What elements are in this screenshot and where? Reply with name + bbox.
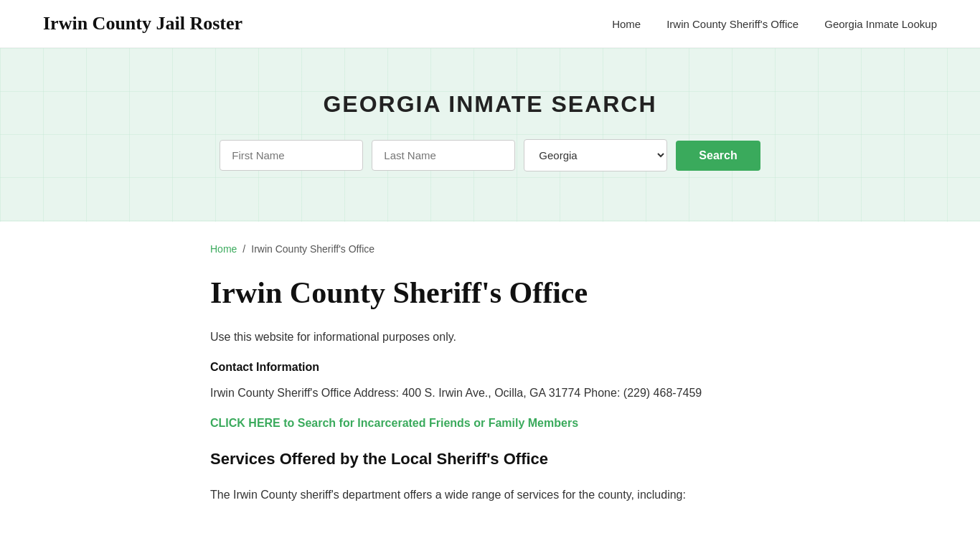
contact-text: Irwin County Sheriff's Office Address: 4… (210, 384, 770, 402)
last-name-input[interactable] (372, 140, 515, 171)
search-button[interactable]: Search (676, 141, 760, 171)
services-heading: Services Offered by the Local Sheriff's … (210, 450, 770, 468)
breadcrumb: Home / Irwin County Sheriff's Office (210, 243, 770, 255)
page-title: Irwin County Sheriff's Office (210, 275, 770, 311)
services-text: The Irwin County sheriff's department of… (210, 486, 770, 504)
site-title: Irwin County Jail Roster (43, 13, 242, 34)
main-content: Home / Irwin County Sheriff's Office Irw… (167, 222, 813, 547)
first-name-input[interactable] (220, 140, 363, 171)
breadcrumb-home[interactable]: Home (210, 243, 237, 255)
cta-link[interactable]: CLICK HERE to Search for Incarcerated Fr… (210, 417, 770, 430)
breadcrumb-separator: / (242, 243, 245, 255)
nav-home[interactable]: Home (612, 18, 641, 30)
contact-label: Contact Information (210, 361, 770, 374)
breadcrumb-current: Irwin County Sheriff's Office (251, 243, 374, 255)
search-form: Georgia Alabama Florida South Carolina T… (14, 139, 966, 171)
main-nav: Home Irwin County Sheriff's Office Georg… (612, 18, 937, 30)
nav-inmate-lookup[interactable]: Georgia Inmate Lookup (824, 18, 937, 30)
site-header: Irwin County Jail Roster Home Irwin Coun… (0, 0, 980, 48)
info-text: Use this website for informational purpo… (210, 328, 770, 347)
hero-title: GEORGIA INMATE SEARCH (14, 91, 966, 118)
state-select[interactable]: Georgia Alabama Florida South Carolina T… (524, 139, 667, 171)
nav-sheriffs-office[interactable]: Irwin County Sheriff's Office (666, 18, 798, 30)
hero-section: GEORGIA INMATE SEARCH Georgia Alabama Fl… (0, 48, 980, 222)
